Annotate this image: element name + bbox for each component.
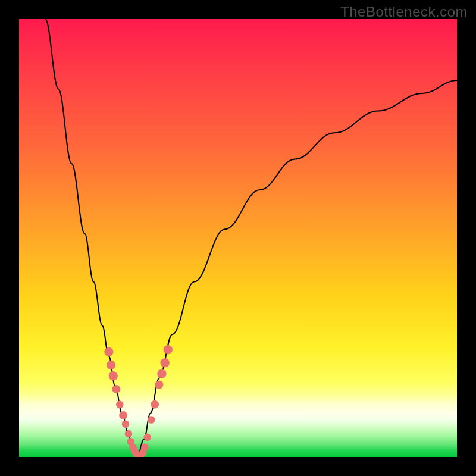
marker-point xyxy=(143,434,151,441)
marker-point xyxy=(122,421,130,428)
marker-point xyxy=(107,361,115,369)
marker-point xyxy=(109,371,118,380)
watermark-label: TheBottleneck.com xyxy=(340,4,468,20)
curve-right-branch xyxy=(137,80,457,457)
marker-point xyxy=(116,400,124,408)
marker-point xyxy=(164,345,173,354)
marker-point xyxy=(141,444,149,452)
marker-point xyxy=(148,416,155,424)
marker-group xyxy=(104,345,173,457)
chart-frame: TheBottleneck.com xyxy=(0,0,476,476)
marker-point xyxy=(155,381,164,389)
marker-point xyxy=(151,400,159,409)
marker-point xyxy=(125,430,133,438)
marker-point xyxy=(160,358,169,367)
curve-left-branch xyxy=(45,19,137,457)
marker-point xyxy=(112,385,120,393)
curve-svg xyxy=(19,19,457,457)
plot-area xyxy=(19,19,457,457)
marker-point xyxy=(119,411,127,419)
marker-point xyxy=(104,347,113,356)
marker-point xyxy=(157,369,166,378)
